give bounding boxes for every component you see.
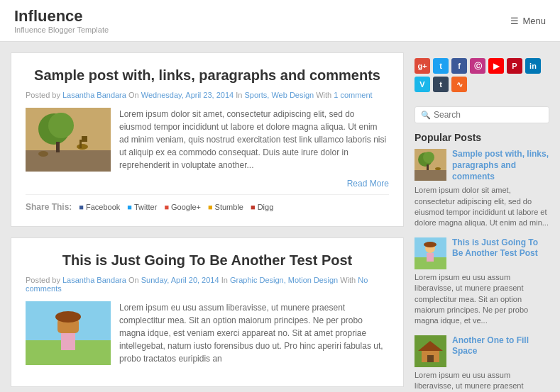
post-body: Lorem ipsum dolor sit amet, consectetur … <box>26 108 389 172</box>
post-text: Lorem ipsum dolor sit amet, consectetur … <box>119 108 389 172</box>
with-label: With <box>316 91 331 99</box>
svg-point-8 <box>38 151 48 157</box>
popular-post-header: Sample post with, links, paragraphs and … <box>414 149 549 182</box>
vimeo-icon[interactable]: V <box>414 77 430 92</box>
header: Influence Influence Blogger Template ☰ M… <box>0 0 560 42</box>
posted-by-label: Posted by <box>26 91 60 99</box>
svg-rect-29 <box>427 355 434 362</box>
svg-point-3 <box>48 113 74 138</box>
facebook-share-btn[interactable]: ■ Facebook <box>79 203 120 211</box>
search-input[interactable] <box>434 110 543 120</box>
post-title: This is Just Going To Be Another Test Po… <box>26 252 389 269</box>
post-title: Sample post with, links, paragraphs and … <box>26 67 389 84</box>
post-meta: Posted by Lasantha Bandara On Wednesday,… <box>26 91 389 99</box>
stumble-share-btn[interactable]: ■ Stumble <box>208 203 243 211</box>
post-text: Lorem ipsum eu usu assum liberavisse, ut… <box>119 301 389 365</box>
search-box: 🔍 <box>414 106 549 123</box>
post-comments-link[interactable]: 1 comment <box>334 91 372 99</box>
popular-post-item: This is Just Going To Be Another Test Po… <box>414 237 549 327</box>
post-date-link[interactable]: Sunday, April 20, 2014 <box>141 276 219 284</box>
popular-post-item: Sample post with, links, paragraphs and … <box>414 149 549 228</box>
svg-rect-16 <box>414 170 446 181</box>
posted-by-label: Posted by <box>26 276 60 284</box>
on-label: On <box>128 91 139 99</box>
brand: Influence Influence Blogger Template <box>14 7 109 34</box>
youtube-icon[interactable]: ▶ <box>488 58 504 74</box>
rss-icon[interactable]: ∿ <box>451 77 467 92</box>
popular-post-title-link[interactable]: Sample post with, links, paragraphs and … <box>452 149 549 182</box>
on-label: On <box>128 276 139 284</box>
svg-point-14 <box>55 311 81 323</box>
post-date-link[interactable]: Wednesday, April 23, 2014 <box>141 91 234 99</box>
popular-post-item: Another One to Fill Space Lorem ipsum eu… <box>414 335 549 392</box>
instagram-icon[interactable]: Ⓒ <box>470 58 485 74</box>
popular-post-header: Another One to Fill Space <box>414 335 549 367</box>
popular-posts-section: Popular Posts <box>414 132 549 392</box>
popular-post-thumbnail <box>414 149 446 181</box>
post-thumbnail <box>26 301 111 365</box>
post-author-link[interactable]: Lasantha Bandara <box>62 91 126 99</box>
share-label: Share This: <box>26 202 72 212</box>
menu-label: Menu <box>522 16 546 26</box>
popular-post-header: This is Just Going To Be Another Test Po… <box>414 237 549 269</box>
share-bar: Share This: ■ Facebook ■ Twitter ■ Googl… <box>26 194 389 212</box>
read-more: Read More <box>26 179 389 189</box>
post-body: Lorem ipsum eu usu assum liberavisse, ut… <box>26 301 389 365</box>
svg-rect-12 <box>61 332 75 350</box>
hamburger-icon: ☰ <box>510 16 519 26</box>
googleplus-share-btn[interactable]: ■ Google+ <box>164 203 201 211</box>
pinterest-icon[interactable]: P <box>507 58 522 74</box>
svg-rect-1 <box>26 150 111 172</box>
twitter-share-btn[interactable]: ■ Twitter <box>127 203 157 211</box>
tumblr-icon[interactable]: t <box>433 77 449 92</box>
svg-point-25 <box>424 242 437 247</box>
read-more-link[interactable]: Read More <box>347 179 389 189</box>
main-content: Sample post with, links, paragraphs and … <box>11 52 404 392</box>
site-title: Influence <box>14 7 109 26</box>
svg-point-5 <box>77 144 88 150</box>
google-plus-icon[interactable]: g+ <box>414 58 430 74</box>
popular-posts-list: Sample post with, links, paragraphs and … <box>414 149 549 392</box>
search-icon: 🔍 <box>421 111 431 120</box>
popular-post-text: Lorem ipsum dolor sit amet, consectetur … <box>414 185 549 229</box>
post-author-link[interactable]: Lasantha Bandara <box>62 276 126 284</box>
svg-point-18 <box>423 152 434 163</box>
svg-rect-19 <box>427 164 429 170</box>
svg-rect-24 <box>427 253 434 262</box>
popular-post-title-link[interactable]: Another One to Fill Space <box>452 335 549 367</box>
with-label: With <box>340 276 356 284</box>
in-label: In <box>236 91 242 99</box>
svg-point-20 <box>435 167 441 170</box>
popular-posts-title: Popular Posts <box>414 132 549 143</box>
social-icons-bar: g+ t f Ⓒ ▶ P in V t ∿ <box>414 52 549 98</box>
twitter-icon[interactable]: t <box>433 58 449 74</box>
post-card: Sample post with, links, paragraphs and … <box>11 52 404 227</box>
facebook-icon[interactable]: f <box>451 58 467 74</box>
menu-button[interactable]: ☰ Menu <box>510 16 546 26</box>
popular-post-thumbnail <box>414 237 446 269</box>
popular-post-title-link[interactable]: This is Just Going To Be Another Test Po… <box>452 237 549 269</box>
popular-post-text: Lorem ipsum eu usu assum liberavisse, ut… <box>414 370 549 392</box>
post-thumbnail <box>26 108 111 172</box>
in-label: In <box>221 276 228 284</box>
site-subtitle: Influence Blogger Template <box>14 26 109 34</box>
digg-share-btn[interactable]: ■ Digg <box>251 203 273 211</box>
linkedin-icon[interactable]: in <box>525 58 541 74</box>
page-wrapper: Sample post with, links, paragraphs and … <box>0 42 560 392</box>
popular-post-text: Lorem ipsum eu usu assum liberavisse, ut… <box>414 272 549 327</box>
svg-rect-4 <box>56 142 60 152</box>
post-card: This is Just Going To Be Another Test Po… <box>11 237 404 387</box>
post-meta: Posted by Lasantha Bandara On Sunday, Ap… <box>26 276 389 293</box>
post-categories-link[interactable]: Sports, Web Design <box>245 91 314 99</box>
svg-rect-6 <box>79 140 82 148</box>
popular-post-thumbnail <box>414 335 446 367</box>
sidebar: g+ t f Ⓒ ▶ P in V t ∿ 🔍 Popular Posts <box>414 52 549 392</box>
svg-rect-7 <box>82 136 87 142</box>
post-categories-link[interactable]: Graphic Design, Motion Design <box>230 276 338 284</box>
